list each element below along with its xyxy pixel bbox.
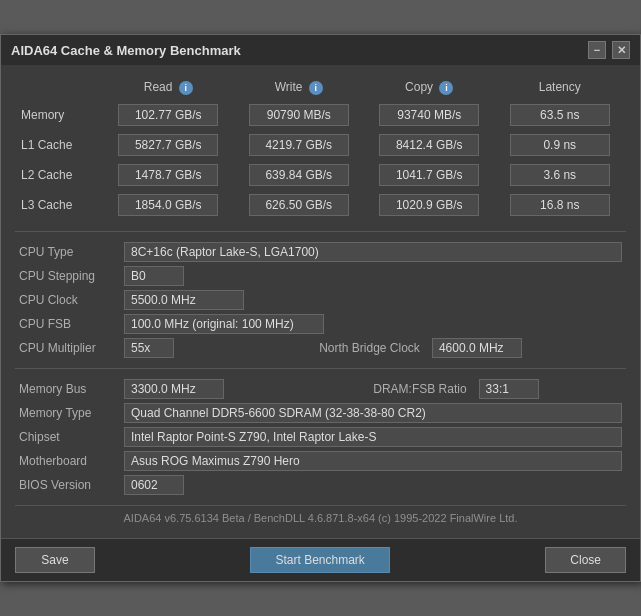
- chipset-value: Intel Raptor Point-S Z790, Intel Raptor …: [124, 427, 622, 447]
- memory-type-label: Memory Type: [15, 401, 120, 425]
- window-title: AIDA64 Cache & Memory Benchmark: [11, 43, 241, 58]
- cpu-stepping-row: CPU Stepping B0: [15, 264, 626, 288]
- button-bar: Save Start Benchmark Close: [1, 538, 640, 581]
- col-write: Write i: [235, 77, 364, 99]
- bench-row-l2-cache: L2 Cache 1478.7 GB/s 639.84 GB/s 1041.7 …: [17, 161, 624, 189]
- cpu-stepping-label: CPU Stepping: [15, 264, 120, 288]
- content-area: Read i Write i Copy i Latency Memory: [1, 65, 640, 538]
- bench-row-memory: Memory 102.77 GB/s 90790 MB/s 93740 MB/s…: [17, 101, 624, 129]
- bench-read: 1478.7 GB/s: [118, 164, 218, 186]
- system-info-table-2: Memory Bus 3300.0 MHz DRAM:FSB Ratio 33:…: [15, 377, 626, 497]
- copy-info-icon[interactable]: i: [439, 81, 453, 95]
- bench-read: 5827.7 GB/s: [118, 134, 218, 156]
- bench-row-l1-cache: L1 Cache 5827.7 GB/s 4219.7 GB/s 8412.4 …: [17, 131, 624, 159]
- cpu-type-value: 8C+16c (Raptor Lake-S, LGA1700): [124, 242, 622, 262]
- bench-write: 639.84 GB/s: [249, 164, 349, 186]
- col-read: Read i: [104, 77, 233, 99]
- system-info-table: CPU Type 8C+16c (Raptor Lake-S, LGA1700)…: [15, 240, 626, 360]
- cpu-multiplier-label: CPU Multiplier: [15, 336, 120, 360]
- bios-value: 0602: [124, 475, 184, 495]
- memory-type-value: Quad Channel DDR5-6600 SDRAM (32-38-38-8…: [124, 403, 622, 423]
- motherboard-value: Asus ROG Maximus Z790 Hero: [124, 451, 622, 471]
- dram-fsb-label: DRAM:FSB Ratio: [240, 377, 475, 401]
- title-bar: AIDA64 Cache & Memory Benchmark − ✕: [1, 35, 640, 65]
- north-bridge-clock-label: North Bridge Clock: [200, 336, 428, 360]
- cpu-fsb-row: CPU FSB 100.0 MHz (original: 100 MHz): [15, 312, 626, 336]
- cpu-fsb-label: CPU FSB: [15, 312, 120, 336]
- bench-copy: 93740 MB/s: [379, 104, 479, 126]
- cpu-multiplier-row: CPU Multiplier 55x North Bridge Clock 46…: [15, 336, 626, 360]
- divider-1: [15, 231, 626, 232]
- start-benchmark-button[interactable]: Start Benchmark: [250, 547, 389, 573]
- cpu-fsb-value: 100.0 MHz (original: 100 MHz): [124, 314, 324, 334]
- motherboard-row: Motherboard Asus ROG Maximus Z790 Hero: [15, 449, 626, 473]
- benchmark-table: Read i Write i Copy i Latency Memory: [15, 75, 626, 221]
- bench-write: 4219.7 GB/s: [249, 134, 349, 156]
- memory-bus-label: Memory Bus: [15, 377, 120, 401]
- minimize-button[interactable]: −: [588, 41, 606, 59]
- window-close-button[interactable]: ✕: [612, 41, 630, 59]
- cpu-clock-value: 5500.0 MHz: [124, 290, 244, 310]
- bench-latency: 16.8 ns: [510, 194, 610, 216]
- save-button[interactable]: Save: [15, 547, 95, 573]
- cpu-stepping-value: B0: [124, 266, 184, 286]
- north-bridge-clock-value: 4600.0 MHz: [432, 338, 522, 358]
- bench-row-l3-cache: L3 Cache 1854.0 GB/s 626.50 GB/s 1020.9 …: [17, 191, 624, 219]
- bench-write: 90790 MB/s: [249, 104, 349, 126]
- title-bar-controls: − ✕: [588, 41, 630, 59]
- bench-latency: 0.9 ns: [510, 134, 610, 156]
- footer-note: AIDA64 v6.75.6134 Beta / BenchDLL 4.6.87…: [15, 505, 626, 528]
- memory-bus-row: Memory Bus 3300.0 MHz DRAM:FSB Ratio 33:…: [15, 377, 626, 401]
- bench-label: L1 Cache: [17, 131, 102, 159]
- chipset-row: Chipset Intel Raptor Point-S Z790, Intel…: [15, 425, 626, 449]
- chipset-label: Chipset: [15, 425, 120, 449]
- memory-bus-value: 3300.0 MHz: [124, 379, 224, 399]
- motherboard-label: Motherboard: [15, 449, 120, 473]
- bench-label: L2 Cache: [17, 161, 102, 189]
- bench-label: Memory: [17, 101, 102, 129]
- main-window: AIDA64 Cache & Memory Benchmark − ✕ Read…: [0, 34, 641, 582]
- dram-fsb-value: 33:1: [479, 379, 539, 399]
- divider-2: [15, 368, 626, 369]
- close-button[interactable]: Close: [545, 547, 626, 573]
- col-latency: Latency: [496, 77, 625, 99]
- bench-read: 102.77 GB/s: [118, 104, 218, 126]
- bench-copy: 8412.4 GB/s: [379, 134, 479, 156]
- bios-row: BIOS Version 0602: [15, 473, 626, 497]
- bios-label: BIOS Version: [15, 473, 120, 497]
- bench-latency: 63.5 ns: [510, 104, 610, 126]
- cpu-clock-label: CPU Clock: [15, 288, 120, 312]
- bench-copy: 1041.7 GB/s: [379, 164, 479, 186]
- cpu-clock-row: CPU Clock 5500.0 MHz: [15, 288, 626, 312]
- bench-write: 626.50 GB/s: [249, 194, 349, 216]
- memory-type-row: Memory Type Quad Channel DDR5-6600 SDRAM…: [15, 401, 626, 425]
- write-info-icon[interactable]: i: [309, 81, 323, 95]
- bench-copy: 1020.9 GB/s: [379, 194, 479, 216]
- col-copy: Copy i: [365, 77, 494, 99]
- read-info-icon[interactable]: i: [179, 81, 193, 95]
- cpu-multiplier-value: 55x: [124, 338, 174, 358]
- bench-read: 1854.0 GB/s: [118, 194, 218, 216]
- bench-latency: 3.6 ns: [510, 164, 610, 186]
- bench-label: L3 Cache: [17, 191, 102, 219]
- cpu-type-row: CPU Type 8C+16c (Raptor Lake-S, LGA1700): [15, 240, 626, 264]
- cpu-type-label: CPU Type: [15, 240, 120, 264]
